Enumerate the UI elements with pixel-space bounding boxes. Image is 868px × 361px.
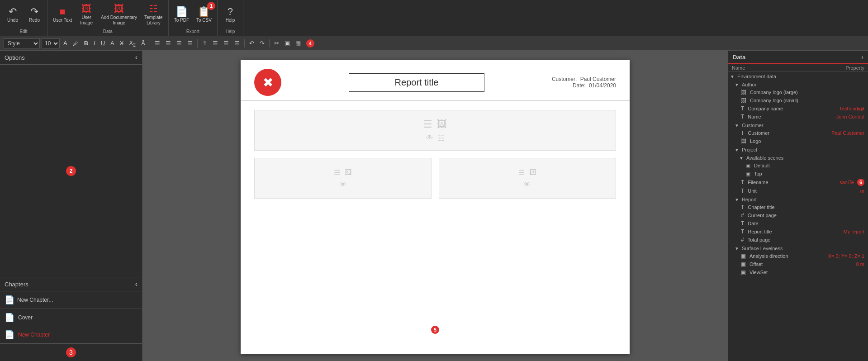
- cfg-icon-2: ▣: [741, 261, 746, 267]
- scenes-arrow: ▼: [739, 156, 744, 161]
- section-author[interactable]: ▼ Author: [728, 80, 868, 88]
- tpl-row-1: ☰ 🖼: [423, 119, 447, 130]
- row-offset[interactable]: ▣ Offset 0 m: [728, 260, 868, 268]
- add-chapter-button[interactable]: 3: [66, 347, 76, 357]
- font-color-button[interactable]: A: [62, 39, 69, 48]
- author-label: Author: [742, 82, 756, 87]
- img-icon-2: 🖼: [741, 97, 746, 104]
- add-doc-image-button[interactable]: 🖼 Add Documentary Image: [98, 2, 140, 28]
- chapter-new-icon: 📄: [5, 330, 14, 340]
- row-name[interactable]: T Name John Control: [728, 113, 868, 121]
- badge-1: 1: [207, 2, 215, 10]
- align-top-button[interactable]: ⇧: [200, 39, 209, 48]
- row-chapter-title[interactable]: T Chapter title: [728, 203, 868, 211]
- row-logo[interactable]: 🖼 Logo: [728, 137, 868, 145]
- row-top-scene[interactable]: ▣ Top: [728, 170, 868, 178]
- help-group: ? Help Help: [218, 0, 243, 36]
- page-body: ☰ 🖼 👁 ☷ ☰ 🖼: [241, 101, 630, 215]
- tpl-text-icon-2: ☰: [334, 168, 340, 177]
- italic-button[interactable]: I: [92, 39, 97, 48]
- options-area: 2: [0, 65, 142, 277]
- row-date[interactable]: T Date: [728, 219, 868, 228]
- more-align-button[interactable]: ☰: [232, 39, 242, 48]
- row-company-logo-large[interactable]: 🖼 Company logo (large): [728, 88, 868, 96]
- chapter-cover-label: Cover: [18, 314, 33, 321]
- row-analysis-direction[interactable]: ▣ Analysis direction X= 0; Y= 0; Z= 1: [728, 252, 868, 260]
- right-panel-expand-button[interactable]: ›: [861, 53, 863, 61]
- char-format-button[interactable]: Â: [139, 39, 147, 48]
- strikethrough-button[interactable]: X: [118, 39, 126, 48]
- template-block-full[interactable]: ☰ 🖼 👁 ☷: [254, 110, 616, 151]
- chapter-new-item[interactable]: 📄 New Chapter: [0, 326, 142, 343]
- date-label: Date:: [573, 82, 586, 89]
- chapters-collapse-button[interactable]: ‹: [135, 280, 138, 288]
- surface-arrow: ▼: [735, 246, 739, 251]
- align-bottom-button[interactable]: ☰: [222, 39, 231, 48]
- cut-button[interactable]: ✂: [272, 39, 281, 48]
- highlight-button[interactable]: 🖊: [71, 39, 81, 48]
- user-text-button[interactable]: ■ User Text: [50, 5, 75, 25]
- undo-button[interactable]: ↶ Undo: [3, 5, 23, 25]
- template-block-left[interactable]: ☰ 🖼 👁: [254, 158, 432, 199]
- section-env-data[interactable]: ▼ Environment data: [728, 72, 868, 80]
- align-left-button[interactable]: ☰: [153, 39, 162, 48]
- chapter-cover-item[interactable]: 📄 Cover: [0, 309, 142, 326]
- uppercase-button[interactable]: A: [109, 39, 116, 48]
- tpl-text-icon-3: ☰: [518, 168, 525, 177]
- row-company-logo-small[interactable]: 🖼 Company logo (small): [728, 96, 868, 104]
- help-button[interactable]: ? Help: [220, 5, 240, 25]
- redo-format-button[interactable]: ↷: [258, 39, 266, 48]
- options-collapse-button[interactable]: ‹: [135, 53, 138, 62]
- redo-icon: ↷: [30, 7, 38, 17]
- copy-button[interactable]: ▣: [283, 39, 292, 48]
- align-center-button[interactable]: ☰: [164, 39, 173, 48]
- row-unit[interactable]: T Unit m: [728, 187, 868, 195]
- txt-icon-5: T: [741, 188, 744, 194]
- badge-4: 4: [306, 39, 314, 48]
- template-block-right[interactable]: ☰ 🖼 👁: [439, 158, 616, 199]
- page-logo: ✖: [254, 69, 281, 96]
- section-customer[interactable]: ▼ Customer: [728, 121, 868, 129]
- redo-button[interactable]: ↷ Redo: [24, 5, 44, 25]
- user-image-button[interactable]: 🖼 User Image: [76, 2, 96, 28]
- page-header: ✖ Report title Customer: Paul Customer D…: [241, 60, 630, 101]
- tpl-row-5: ☰ 🖼: [518, 168, 536, 177]
- badge-6: 6: [857, 179, 864, 186]
- user-text-icon: ■: [59, 7, 65, 17]
- style-select[interactable]: Style: [4, 38, 40, 48]
- to-pdf-button[interactable]: 📄 To PDF: [171, 5, 192, 25]
- row-viewset[interactable]: ▣ ViewSet: [728, 268, 868, 276]
- row-company-name[interactable]: T Company name Technodigit: [728, 104, 868, 113]
- row-customer[interactable]: T Customer Paul Customer: [728, 129, 868, 137]
- section-project[interactable]: ▼ Project: [728, 145, 868, 153]
- page-title-box[interactable]: Report title: [349, 73, 484, 92]
- new-chapter-button[interactable]: 📄 New Chapter...: [0, 291, 142, 309]
- row-report-title[interactable]: T Report title My report: [728, 228, 868, 236]
- font-size-select[interactable]: 10: [42, 38, 60, 48]
- txt-icon-1: T: [741, 105, 744, 112]
- justify-button[interactable]: ☰: [185, 39, 194, 48]
- row-default-scene[interactable]: ▣ Default: [728, 162, 868, 170]
- tpl-row-6: 👁: [524, 180, 531, 189]
- row-filename[interactable]: T Filename saniTe 6: [728, 178, 868, 187]
- underline-button[interactable]: U: [99, 39, 107, 48]
- section-available-scenes[interactable]: ▼ Available scenes: [728, 153, 868, 162]
- section-surface-levelness[interactable]: ▼ Surface Levelness: [728, 244, 868, 252]
- paste-button[interactable]: ▦: [294, 39, 303, 48]
- template-library-button[interactable]: ☷ Template Library: [142, 2, 166, 28]
- row-current-page[interactable]: # Current page: [728, 211, 868, 219]
- undo-icon: ↶: [9, 7, 17, 17]
- align-vcenter-button[interactable]: ☰: [211, 39, 220, 48]
- left-panel: Options ‹ 2 Chapters ‹ 📄 New Chapter... …: [0, 51, 142, 361]
- customer-section-label: Customer: [742, 123, 764, 128]
- scenes-label: Available scenes: [746, 155, 783, 161]
- row-total-page[interactable]: # Total page: [728, 236, 868, 244]
- subscript-button[interactable]: X2: [127, 38, 138, 48]
- tpl-image-icon-1: 🖼: [437, 119, 447, 130]
- bold-button[interactable]: B: [82, 39, 90, 48]
- align-right-button[interactable]: ☰: [175, 39, 184, 48]
- undo-format-button[interactable]: ↶: [247, 39, 256, 48]
- txt-icon-6: T: [741, 204, 744, 210]
- section-report[interactable]: ▼ Report: [728, 195, 868, 203]
- template-library-icon: ☷: [149, 4, 158, 14]
